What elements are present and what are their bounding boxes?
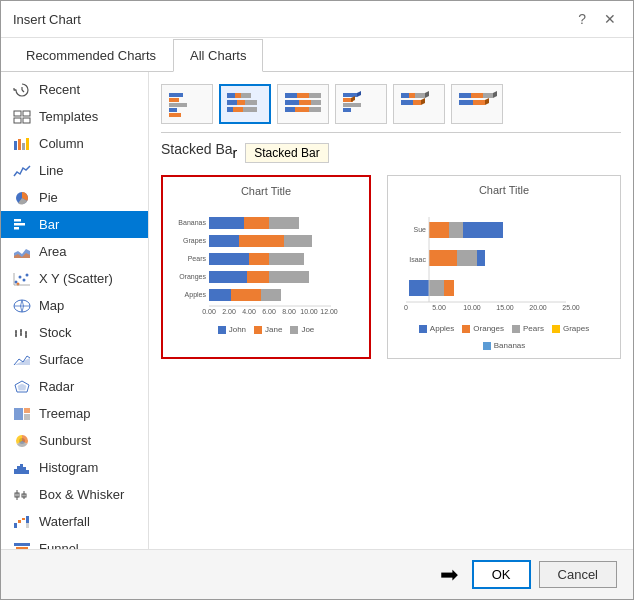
ok-button[interactable]: OK — [472, 560, 531, 589]
svg-rect-76 — [309, 93, 321, 98]
sidebar-item-sunburst[interactable]: Sunburst — [1, 427, 148, 454]
legend-label-jane: Jane — [265, 325, 282, 334]
legend-oranges: Oranges — [462, 324, 504, 333]
svg-rect-97 — [471, 93, 483, 98]
legend-label-grapes: Grapes — [563, 324, 589, 333]
tab-recommended[interactable]: Recommended Charts — [9, 39, 173, 72]
svg-text:Isaac: Isaac — [409, 256, 426, 263]
stacked-bar-btn[interactable] — [219, 84, 271, 124]
sidebar-item-map[interactable]: Map — [1, 292, 148, 319]
svg-rect-82 — [309, 107, 321, 112]
sidebar-item-histogram[interactable]: Histogram — [1, 454, 148, 481]
svg-text:8.00: 8.00 — [282, 308, 296, 315]
svg-rect-2 — [14, 111, 21, 116]
svg-rect-138 — [457, 250, 477, 266]
svg-text:2.00: 2.00 — [222, 308, 236, 315]
svg-rect-8 — [22, 143, 25, 150]
3d-100-stacked-bar-btn[interactable] — [451, 84, 503, 124]
svg-rect-80 — [285, 107, 295, 112]
svg-rect-72 — [233, 107, 243, 112]
chart-type-tooltip: Stacked Bar — [245, 143, 328, 163]
svg-rect-85 — [343, 103, 361, 107]
sidebar-label-treemap: Treemap — [39, 406, 91, 421]
legend-label-pears: Pears — [523, 324, 544, 333]
svg-rect-134 — [429, 222, 449, 238]
svg-rect-110 — [269, 217, 299, 229]
sidebar-item-pie[interactable]: Pie — [1, 184, 148, 211]
close-button[interactable]: ✕ — [599, 9, 621, 29]
svg-marker-87 — [357, 91, 361, 97]
svg-rect-114 — [209, 253, 249, 265]
sidebar-label-area: Area — [39, 244, 66, 259]
svg-text:10.00: 10.00 — [463, 304, 481, 311]
svg-text:5.00: 5.00 — [432, 304, 446, 311]
sidebar-item-radar[interactable]: Radar — [1, 373, 148, 400]
3d-stacked-bar-btn[interactable] — [393, 84, 445, 124]
sidebar-item-templates[interactable]: Templates — [1, 103, 148, 130]
charts-preview: Chart Title Bananas Grapes Pears Oranges… — [161, 175, 621, 359]
sidebar-item-stock[interactable]: Stock — [1, 319, 148, 346]
sidebar-label-radar: Radar — [39, 379, 74, 394]
sidebar-item-area[interactable]: Area — [1, 238, 148, 265]
sidebar-item-bar[interactable]: Bar — [1, 211, 148, 238]
sidebar-item-waterfall[interactable]: Waterfall — [1, 508, 148, 535]
svg-rect-98 — [483, 93, 493, 98]
svg-marker-35 — [18, 384, 26, 390]
stock-icon — [13, 326, 31, 340]
sidebar-item-treemap[interactable]: Treemap — [1, 400, 148, 427]
svg-rect-122 — [261, 289, 281, 301]
svg-rect-79 — [311, 100, 321, 105]
main-content: Recent Templates Column — [1, 72, 633, 549]
sidebar-item-column[interactable]: Column — [1, 130, 148, 157]
clustered-bar-btn[interactable] — [161, 84, 213, 124]
sidebar-item-box[interactable]: Box & Whisker — [1, 481, 148, 508]
help-button[interactable]: ? — [573, 9, 591, 29]
title-bar-buttons: ? ✕ — [573, 9, 621, 29]
chart-preview-right[interactable]: Chart Title Sue Isaac Miles — [387, 175, 621, 359]
svg-rect-6 — [14, 141, 17, 150]
sidebar-item-surface[interactable]: Surface — [1, 346, 148, 373]
legend-jane: Jane — [254, 325, 282, 334]
legend-dot-pears — [512, 325, 520, 333]
waterfall-icon — [13, 515, 31, 529]
sidebar-item-line[interactable]: Line — [1, 157, 148, 184]
bar-icon — [13, 218, 31, 232]
svg-rect-49 — [14, 523, 17, 528]
sidebar-item-recent[interactable]: Recent — [1, 76, 148, 103]
legend-pears: Pears — [512, 324, 544, 333]
chart-legend-right: Apples Oranges Pears Grapes — [396, 324, 612, 350]
insert-chart-dialog: Insert Chart ? ✕ Recommended Charts All … — [0, 0, 634, 600]
svg-text:6.00: 6.00 — [262, 308, 276, 315]
legend-dot-joe — [290, 326, 298, 334]
surface-icon — [13, 353, 31, 367]
tab-all-charts[interactable]: All Charts — [173, 39, 263, 72]
svg-text:0.00: 0.00 — [202, 308, 216, 315]
sidebar-item-funnel[interactable]: Funnel — [1, 535, 148, 549]
svg-text:Bananas: Bananas — [178, 219, 206, 226]
legend-label-john: John — [229, 325, 246, 334]
svg-rect-44 — [26, 470, 29, 474]
svg-rect-78 — [299, 100, 311, 105]
sidebar-label-box: Box & Whisker — [39, 487, 124, 502]
legend-label-bananas: Bananas — [494, 341, 526, 350]
cancel-button[interactable]: Cancel — [539, 561, 617, 588]
box-icon — [13, 488, 31, 502]
svg-rect-51 — [22, 518, 25, 520]
svg-marker-95 — [421, 98, 425, 105]
sidebar-label-bar: Bar — [39, 217, 59, 232]
svg-rect-94 — [413, 100, 421, 105]
3d-clustered-bar-btn[interactable] — [335, 84, 387, 124]
svg-rect-136 — [463, 222, 503, 238]
sidebar-label-histogram: Histogram — [39, 460, 98, 475]
bar-chart-svg-right: Sue Isaac Miles — [396, 202, 586, 317]
svg-text:10.00: 10.00 — [300, 308, 318, 315]
svg-rect-140 — [409, 280, 429, 296]
chart-preview-left[interactable]: Chart Title Bananas Grapes Pears Oranges… — [161, 175, 371, 359]
legend-dot-john — [218, 326, 226, 334]
100-stacked-bar-btn[interactable] — [277, 84, 329, 124]
svg-text:15.00: 15.00 — [496, 304, 514, 311]
svg-point-17 — [19, 275, 22, 278]
svg-rect-89 — [401, 93, 409, 98]
legend-dot-jane — [254, 326, 262, 334]
sidebar-item-scatter[interactable]: X Y (Scatter) — [1, 265, 148, 292]
